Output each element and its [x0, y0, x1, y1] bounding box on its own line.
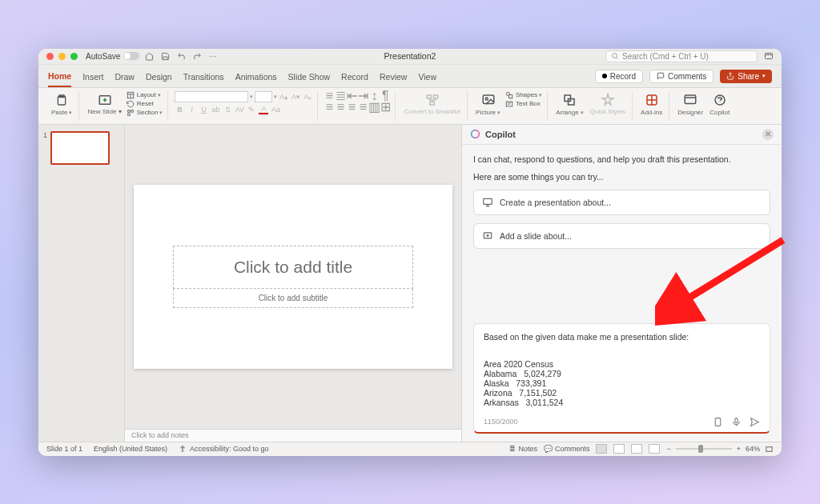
normal-view-icon[interactable]: [596, 444, 607, 454]
svg-rect-39: [766, 446, 772, 451]
bold-icon[interactable]: B: [175, 105, 184, 114]
new-slide-button[interactable]: New Slide ▾: [86, 91, 123, 117]
comments-button[interactable]: Comments: [649, 70, 713, 83]
strike-icon[interactable]: ab: [211, 105, 220, 114]
designer-button[interactable]: Designer: [676, 91, 705, 118]
italic-icon[interactable]: I: [187, 105, 196, 114]
send-icon[interactable]: [750, 417, 760, 427]
subtitle-placeholder[interactable]: Click to add subtitle: [173, 289, 413, 308]
share-button[interactable]: Share▾: [720, 70, 772, 83]
search-input[interactable]: Search (Cmd + Ctrl + U): [605, 50, 758, 62]
sorter-view-icon[interactable]: [613, 444, 625, 454]
accessibility-status[interactable]: Accessibility: Good to go: [179, 445, 269, 453]
paste-button[interactable]: Paste: [50, 91, 74, 118]
clear-format-icon[interactable]: Aᵩ: [303, 92, 312, 102]
minimize-window-icon[interactable]: [58, 53, 66, 60]
addins-button[interactable]: Add-ins: [639, 91, 664, 118]
copilot-suggestion-1[interactable]: Create a presentation about...: [473, 190, 770, 215]
addins-icon: [645, 93, 659, 107]
tab-view[interactable]: View: [418, 69, 436, 86]
align-left-icon[interactable]: ≡: [324, 102, 334, 112]
shapes-icon: [505, 91, 513, 99]
window-controls[interactable]: [46, 53, 78, 60]
redo-icon[interactable]: [192, 51, 202, 61]
reset-button[interactable]: Reset: [127, 100, 163, 108]
decrease-font-icon[interactable]: A▾: [291, 92, 300, 102]
shapes-button[interactable]: Shapes: [505, 91, 542, 99]
slideshow-view-icon[interactable]: [649, 444, 660, 454]
title-placeholder[interactable]: Click to add title: [173, 246, 413, 289]
ribbon-options-icon[interactable]: [764, 51, 774, 61]
increase-font-icon[interactable]: A▴: [279, 92, 288, 102]
align-right-icon[interactable]: ≡: [347, 102, 356, 112]
new-slide-icon: [98, 93, 112, 107]
home-icon[interactable]: [144, 51, 154, 61]
justify-icon[interactable]: ≡: [358, 102, 368, 112]
copilot-input[interactable]: Based on the given data make me a presen…: [473, 323, 770, 434]
change-case-icon[interactable]: Aa: [271, 105, 280, 114]
tab-home[interactable]: Home: [48, 68, 71, 87]
zoom-window-icon[interactable]: [70, 53, 78, 60]
layout-button[interactable]: Layout: [127, 91, 163, 99]
section-button[interactable]: Section: [127, 109, 163, 117]
close-icon[interactable]: ✕: [762, 129, 774, 140]
fit-window-icon[interactable]: [765, 445, 774, 454]
add-slide-icon: [482, 230, 493, 242]
slide-thumbnails[interactable]: 1: [38, 125, 125, 442]
textbox-button[interactable]: Text Box: [505, 100, 542, 108]
tab-slideshow[interactable]: Slide Show: [288, 69, 331, 86]
slide-canvas[interactable]: Click to add title Click to add subtitle: [125, 125, 461, 429]
zoom-control[interactable]: − + 64%: [666, 445, 774, 454]
tab-animations[interactable]: Animations: [235, 69, 277, 86]
language-status[interactable]: English (United States): [94, 445, 167, 453]
tab-insert[interactable]: Insert: [82, 69, 103, 86]
search-icon: [611, 52, 619, 60]
arrange-button[interactable]: Arrange: [554, 91, 585, 118]
zoom-out-icon[interactable]: −: [666, 445, 670, 453]
shadow-icon[interactable]: S: [223, 105, 232, 114]
align-text-icon[interactable]: ⊞: [380, 102, 390, 112]
slide-thumb-1[interactable]: [50, 131, 110, 165]
svg-rect-26: [685, 95, 696, 104]
copilot-ribbon-button[interactable]: Copilot: [708, 91, 731, 118]
copilot-suggestion-2[interactable]: Add a slide about...: [473, 223, 770, 249]
zoom-slider[interactable]: [676, 448, 732, 450]
undo-icon[interactable]: [176, 51, 186, 61]
underline-icon[interactable]: U: [199, 105, 208, 114]
svg-rect-12: [127, 110, 130, 112]
comments-toggle[interactable]: 💬 Comments: [544, 445, 590, 453]
highlight-icon[interactable]: ✎: [247, 105, 256, 114]
more-icon[interactable]: ⋯: [208, 51, 218, 61]
save-icon[interactable]: [160, 51, 170, 61]
tab-design[interactable]: Design: [146, 69, 172, 86]
slide-counter[interactable]: Slide 1 of 1: [46, 445, 82, 453]
reading-view-icon[interactable]: [631, 444, 642, 454]
spacing-icon[interactable]: AV: [235, 105, 244, 114]
record-button[interactable]: Record: [595, 70, 643, 83]
accessibility-icon: [179, 445, 187, 453]
tab-draw[interactable]: Draw: [115, 69, 135, 86]
autosave-toggle[interactable]: AutoSave: [86, 52, 139, 61]
font-family-input[interactable]: [175, 91, 248, 102]
share-icon: [726, 72, 734, 80]
tab-transitions[interactable]: Transitions: [183, 69, 224, 86]
font-color-icon[interactable]: A: [259, 105, 268, 114]
picture-button[interactable]: Picture: [474, 91, 502, 118]
switch-off-icon[interactable]: [123, 52, 139, 60]
smartart-button[interactable]: Convert to SmartArt: [402, 91, 462, 117]
tab-review[interactable]: Review: [380, 69, 407, 86]
quick-styles-button[interactable]: Quick Styles: [589, 91, 627, 117]
close-window-icon[interactable]: [46, 53, 54, 60]
svg-point-0: [613, 54, 617, 58]
zoom-value[interactable]: 64%: [746, 445, 760, 453]
tab-record[interactable]: Record: [341, 69, 368, 86]
columns-icon[interactable]: ▥: [369, 102, 379, 112]
zoom-in-icon[interactable]: +: [737, 445, 741, 453]
notes-pane[interactable]: Click to add notes: [125, 429, 461, 442]
attach-icon[interactable]: [713, 417, 723, 427]
slide[interactable]: Click to add title Click to add subtitle: [134, 185, 452, 369]
notes-toggle[interactable]: ≣ Notes: [509, 445, 537, 453]
font-size-input[interactable]: [255, 91, 272, 102]
align-center-icon[interactable]: ≡: [336, 102, 345, 112]
mic-icon[interactable]: [731, 417, 742, 427]
